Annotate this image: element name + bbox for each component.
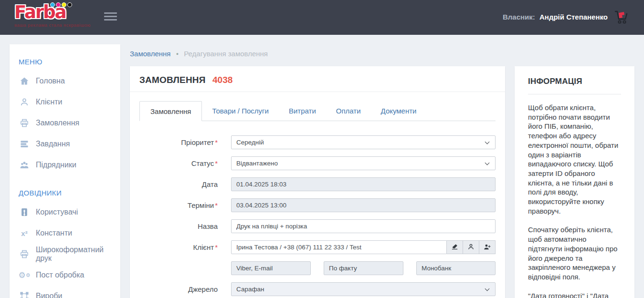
client-row: Клієнт* — [139, 240, 505, 254]
tab-payments[interactable]: Оплати — [326, 101, 371, 121]
payment-terms-field — [324, 261, 403, 275]
client-extra-row — [139, 261, 505, 275]
sidebar-item-label: Вироби — [36, 292, 63, 298]
cart-icon[interactable] — [612, 8, 631, 27]
breadcrumb-current: Редагування замовлення — [184, 50, 268, 58]
order-edit-panel: ЗАМОВЛЕННЯ 4038 Замовлення Товари / Посл… — [130, 66, 505, 298]
printer-icon — [19, 118, 30, 128]
sidebar-item-label: Головна — [36, 77, 65, 85]
owner-info: Власник: Андрій Степаненко — [503, 13, 608, 21]
sidebar-item-post-processing[interactable]: ⚙⚙ Пост обробка — [10, 265, 120, 286]
hamburger-icon[interactable] — [104, 12, 117, 22]
user-tie-icon — [19, 207, 30, 217]
source-select[interactable]: Сарафан — [231, 282, 496, 296]
sidebar-item-label: Замовлення — [36, 119, 79, 127]
tab-order[interactable]: Замовлення — [139, 101, 202, 121]
breadcrumb-separator-icon: ● — [176, 51, 179, 56]
logo-cmyk-dots-icon — [50, 2, 72, 7]
sidebar-item-home[interactable]: Головна — [10, 71, 120, 92]
order-name-field[interactable] — [231, 219, 496, 233]
tab-documents[interactable]: Документи — [371, 101, 427, 121]
sidebar-item-products[interactable]: Вироби — [10, 286, 120, 298]
sidebar: МЕНЮ Головна Клієнти Замовлення Завдання… — [10, 44, 120, 298]
tasks-icon — [19, 139, 30, 149]
gears-icon: ⚙⚙ — [19, 270, 30, 280]
sidebar-item-tasks[interactable]: Завдання — [10, 134, 120, 154]
home-icon — [19, 76, 30, 86]
info-paragraph: Спочатку оберіть клієнта, щоб автоматичн… — [528, 225, 621, 281]
client-field[interactable] — [231, 240, 447, 254]
priority-select[interactable]: Середній — [231, 135, 496, 149]
sidebar-item-constants[interactable]: x² Константи — [10, 223, 120, 244]
top-header: Farba ваша реклама стала яскравішою Влас… — [0, 0, 644, 35]
farba-logo[interactable]: Farba ваша реклама стала яскравішою — [14, 3, 81, 28]
clear-client-button[interactable] — [447, 240, 463, 254]
printer-icon — [19, 249, 30, 259]
sidebar-item-label: Підрядники — [36, 161, 76, 169]
deadline-label: Терміни* — [139, 201, 218, 209]
tab-expenses[interactable]: Витрати — [279, 101, 326, 121]
order-tabs: Замовлення Товари / Послуги Витрати Опла… — [139, 101, 496, 121]
superscript-icon: x² — [19, 228, 30, 238]
source-row: Джерело Сарафан — [139, 282, 505, 296]
logo-tagline: ваша реклама стала яскравішою — [14, 22, 81, 28]
client-contacts-field — [231, 261, 311, 275]
sidebar-item-label: Константи — [36, 229, 72, 237]
chevron-down-icon — [485, 287, 490, 291]
deadline-row: Терміни* — [139, 198, 505, 212]
sidebar-item-orders[interactable]: Замовлення — [10, 113, 120, 134]
info-title: ІНФОРМАЦІЯ — [528, 77, 621, 86]
tab-goods-services[interactable]: Товари / Послуги — [202, 101, 278, 121]
status-select[interactable]: Відвантажено — [231, 156, 496, 170]
sidebar-item-label: Широкоформатний друк — [36, 246, 120, 263]
owner-label: Власник: — [503, 13, 535, 21]
page-title: ЗАМОВЛЕННЯ — [139, 75, 206, 85]
order-title-row: ЗАМОВЛЕННЯ 4038 — [130, 66, 505, 92]
eraser-icon — [451, 243, 458, 252]
client-label: Клієнт* — [139, 243, 218, 251]
user-icon — [467, 243, 475, 252]
sidebar-item-label: Завдання — [36, 140, 70, 148]
name-row: Назва — [139, 219, 505, 233]
add-client-button[interactable] — [479, 240, 496, 254]
sidebar-section-menu: МЕНЮ — [19, 58, 120, 66]
sidebar-item-label: Клієнти — [36, 98, 62, 106]
sidebar-item-label: Користувачі — [36, 208, 78, 216]
chevron-down-icon — [485, 161, 490, 165]
info-paragraph: Щоб обрати клієнта, потрібно почати ввод… — [528, 103, 621, 216]
priority-row: Пріоритет* Середній — [139, 135, 505, 149]
sidebar-item-label: Пост обробка — [36, 271, 84, 279]
payment-method-field — [416, 261, 496, 275]
users-icon — [19, 160, 30, 170]
view-client-button[interactable] — [463, 240, 479, 254]
order-form: Пріоритет* Середній Статус* Відвантажено — [130, 135, 505, 296]
deadline-field — [231, 198, 496, 212]
user-icon — [19, 97, 30, 107]
source-label: Джерело — [139, 285, 218, 293]
name-label: Назва — [139, 222, 218, 230]
breadcrumb: Замовлення ● Редагування замовлення — [130, 50, 268, 58]
date-label: Дата — [139, 180, 218, 188]
user-plus-icon — [484, 243, 491, 252]
sidebar-item-contractors[interactable]: Підрядники — [10, 154, 120, 175]
vector-square-icon — [19, 291, 30, 298]
info-divider — [528, 94, 621, 94]
priority-label: Пріоритет* — [139, 138, 218, 146]
date-row: Дата — [139, 177, 505, 191]
date-field — [231, 177, 496, 191]
order-number: 4038 — [212, 75, 232, 85]
sidebar-item-wide-format-print[interactable]: Широкоформатний друк — [10, 244, 120, 265]
info-paragraph: "Дата готовності" і "Дата відвантаження"… — [528, 291, 621, 298]
status-label: Статус* — [139, 159, 218, 167]
info-panel: ІНФОРМАЦІЯ Щоб обрати клієнта, потрібно … — [515, 66, 634, 298]
status-row: Статус* Відвантажено — [139, 156, 505, 170]
owner-name[interactable]: Андрій Степаненко — [539, 13, 608, 21]
breadcrumb-orders-link[interactable]: Замовлення — [130, 50, 170, 58]
chevron-down-icon — [485, 140, 490, 144]
sidebar-item-users[interactable]: Користувачі — [10, 202, 120, 223]
sidebar-section-directories: ДОВІДНИКИ — [19, 189, 120, 197]
sidebar-item-clients[interactable]: Клієнти — [10, 92, 120, 113]
